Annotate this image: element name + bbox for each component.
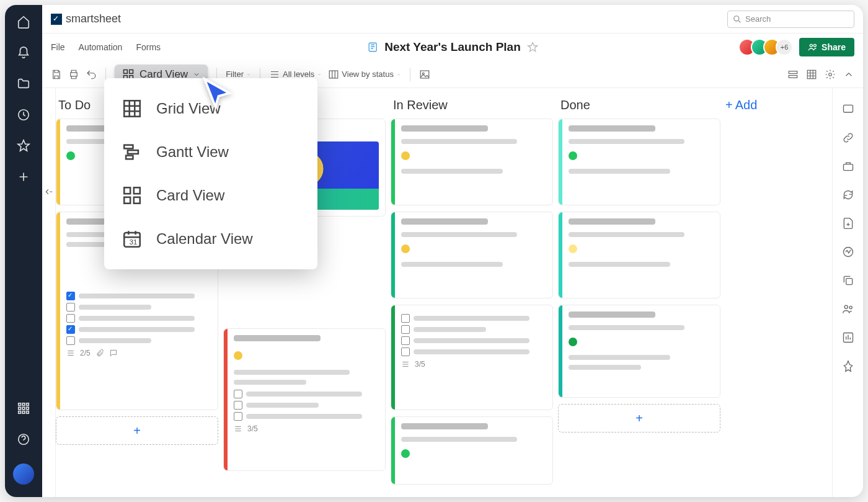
print-icon[interactable]: [68, 69, 79, 80]
gear-icon[interactable]: [825, 69, 836, 80]
right-rail: [832, 88, 863, 497]
topbar: smartsheet Search: [42, 5, 863, 34]
column-title: Done: [558, 94, 720, 119]
share-button[interactable]: Share: [799, 38, 854, 56]
chevron-down-icon: [317, 72, 322, 77]
svg-rect-27: [843, 105, 852, 112]
svg-rect-12: [369, 43, 376, 52]
chevron-up-icon[interactable]: [843, 69, 854, 80]
card[interactable]: 3/5: [223, 328, 386, 471]
dropdown-calendar-view[interactable]: 31 Calendar View: [104, 217, 317, 261]
refresh-icon[interactable]: [842, 189, 854, 201]
save-icon[interactable]: [51, 69, 62, 80]
dropdown-card-view[interactable]: Card View: [104, 174, 317, 217]
dropdown-label: Card View: [156, 187, 224, 204]
add-card-button[interactable]: +: [56, 416, 218, 445]
svg-rect-39: [134, 187, 140, 194]
image-icon[interactable]: [419, 69, 430, 80]
column-title: In Review: [391, 94, 553, 119]
logo: smartsheet: [51, 12, 121, 25]
svg-point-14: [813, 44, 816, 47]
home-icon[interactable]: [17, 15, 30, 29]
checklist-count: 2/5: [80, 349, 91, 357]
collapse-strip[interactable]: [42, 88, 56, 497]
add-column-label: Add: [735, 98, 758, 112]
search-icon: [733, 15, 742, 24]
card[interactable]: [391, 212, 553, 298]
card[interactable]: [558, 305, 720, 398]
favorite-star-icon[interactable]: [527, 42, 538, 53]
activity-icon[interactable]: [842, 246, 854, 258]
undo-icon[interactable]: [86, 69, 97, 80]
grid-icon[interactable]: [806, 69, 817, 80]
column-done: Done: [558, 94, 720, 491]
row-view-icon[interactable]: [787, 69, 799, 80]
people-icon[interactable]: [842, 303, 854, 315]
svg-rect-36: [128, 150, 138, 154]
add-icon[interactable]: [17, 170, 30, 184]
column-in-review: In Review: [391, 94, 553, 491]
svg-rect-1: [19, 403, 21, 406]
dropdown-gantt-view[interactable]: Gantt View: [104, 130, 317, 174]
menu-automation[interactable]: Automation: [79, 42, 123, 52]
copy-icon[interactable]: [842, 274, 854, 287]
card[interactable]: [391, 119, 553, 205]
document-title: Next Year's Launch Plan: [367, 40, 538, 54]
svg-rect-37: [126, 156, 133, 159]
user-avatar[interactable]: [13, 464, 34, 485]
levels-label: All levels: [283, 69, 314, 79]
svg-rect-40: [124, 197, 130, 204]
svg-rect-34: [124, 101, 140, 117]
nav-rail: [5, 5, 42, 497]
search-input[interactable]: Search: [727, 11, 854, 28]
file-add-icon[interactable]: [842, 217, 854, 230]
briefcase-icon[interactable]: [842, 160, 854, 173]
pin-icon[interactable]: [842, 360, 854, 372]
history-icon[interactable]: [17, 108, 30, 122]
svg-rect-24: [789, 75, 797, 78]
svg-rect-38: [124, 187, 130, 194]
logo-mark-icon: [51, 14, 62, 25]
avatar-overflow[interactable]: +6: [776, 38, 793, 56]
apps-icon[interactable]: [17, 401, 30, 415]
search-placeholder: Search: [745, 14, 771, 24]
card-view-icon: [122, 185, 143, 206]
attachment-icon: [95, 349, 104, 357]
svg-rect-25: [807, 70, 816, 79]
svg-rect-15: [71, 73, 78, 76]
menu-file[interactable]: File: [51, 42, 65, 52]
chart-icon[interactable]: [842, 331, 854, 344]
add-card-button[interactable]: +: [558, 404, 720, 433]
card[interactable]: [391, 416, 553, 485]
link-icon[interactable]: [842, 132, 854, 144]
collapse-icon: [45, 187, 53, 196]
add-column-button[interactable]: + Add: [725, 98, 787, 112]
notifications-icon[interactable]: [17, 46, 30, 60]
collaborator-avatars[interactable]: +6: [743, 38, 793, 56]
chevron-down-icon: [246, 72, 251, 77]
card[interactable]: 3/5: [391, 305, 553, 410]
checklist-icon: [234, 424, 242, 433]
svg-rect-8: [22, 411, 25, 414]
chat-icon[interactable]: [842, 103, 854, 115]
dropdown-label: Calendar View: [156, 230, 253, 248]
svg-rect-17: [130, 69, 133, 73]
svg-point-13: [810, 44, 812, 47]
star-icon[interactable]: [17, 139, 30, 153]
help-icon[interactable]: [17, 433, 30, 446]
menu-forms[interactable]: Forms: [136, 42, 161, 52]
add-column: + Add: [725, 94, 787, 491]
svg-rect-23: [789, 71, 797, 73]
svg-rect-9: [27, 411, 29, 414]
dropdown-label: Gantt View: [156, 143, 229, 161]
card[interactable]: [558, 212, 720, 298]
card[interactable]: [558, 119, 720, 205]
viewby-dropdown[interactable]: View by status: [328, 69, 401, 80]
svg-point-32: [849, 306, 852, 308]
gantt-view-icon: [122, 141, 143, 163]
svg-rect-41: [134, 197, 140, 204]
svg-rect-20: [330, 71, 339, 78]
checklist-icon: [401, 360, 410, 369]
folder-icon[interactable]: [17, 77, 30, 91]
document-title-text: Next Year's Launch Plan: [384, 40, 521, 54]
